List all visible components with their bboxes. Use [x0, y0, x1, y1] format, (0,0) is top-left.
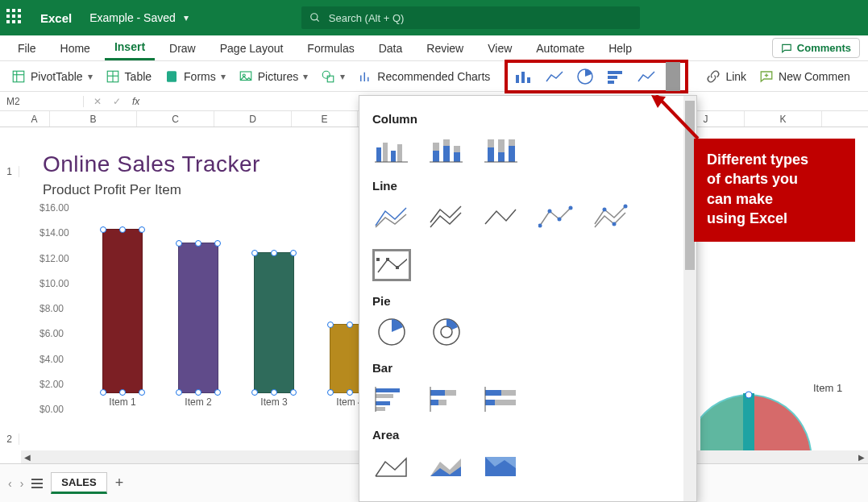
column-chart-icon[interactable]: [513, 68, 535, 85]
svg-rect-66: [376, 401, 390, 405]
titlebar: Excel Example - Saved ▾ Search (Alt + Q): [0, 0, 868, 35]
callout-text: using Excel: [707, 209, 842, 228]
shapes-button[interactable]: ▾: [321, 69, 345, 84]
sheet-nav-prev-icon[interactable]: ‹: [8, 477, 12, 490]
chart-bar[interactable]: [254, 252, 294, 393]
y-tick: $8.00: [39, 303, 64, 314]
tab-file[interactable]: File: [8, 37, 46, 60]
chevron-down-icon[interactable]: ▾: [184, 12, 189, 23]
tab-view[interactable]: View: [478, 37, 521, 60]
stacked-bar-100-icon[interactable]: [482, 383, 521, 415]
stacked-area-100-icon[interactable]: [482, 450, 521, 482]
area-icon[interactable]: [372, 450, 411, 482]
embedded-bar-chart[interactable]: Online Sales Tracker Product Profit Per …: [28, 145, 359, 443]
line-markers-icon[interactable]: [537, 201, 575, 233]
table-button[interactable]: Table: [106, 69, 152, 84]
stacked-line-100-icon[interactable]: [482, 201, 521, 233]
accept-icon[interactable]: ✓: [113, 96, 121, 107]
svg-rect-17: [521, 72, 525, 83]
svg-rect-32: [383, 143, 388, 162]
callout-text: can make: [707, 189, 842, 209]
new-comment-icon: [759, 69, 774, 84]
svg-rect-38: [443, 139, 450, 146]
search-icon: [309, 12, 321, 23]
stacked-column-icon[interactable]: [427, 134, 466, 166]
svg-point-0: [311, 14, 318, 20]
tab-automate[interactable]: Automate: [526, 37, 594, 60]
svg-point-63: [441, 326, 452, 338]
pie-chart-icon[interactable]: [574, 68, 596, 85]
callout-text: Different types: [707, 150, 842, 169]
col-header[interactable]: A: [19, 111, 50, 127]
scroll-left-icon[interactable]: ◀: [21, 450, 34, 463]
pictures-label: Pictures: [258, 70, 299, 83]
stacked-column-100-icon[interactable]: [482, 134, 521, 166]
chevron-down-icon: ▾: [340, 71, 345, 82]
tab-data[interactable]: Data: [369, 37, 413, 60]
bar-chart-icon[interactable]: [604, 68, 627, 85]
chart-bar[interactable]: [178, 243, 218, 393]
stacked-line-icon[interactable]: [427, 201, 466, 233]
tab-home[interactable]: Home: [51, 37, 100, 60]
stacked-area-icon[interactable]: [427, 450, 466, 482]
clustered-bar-icon[interactable]: [372, 383, 411, 415]
x-tick: Item 2: [170, 396, 226, 408]
svg-rect-46: [498, 152, 505, 162]
sheet-tab-sales[interactable]: SALES: [51, 472, 106, 494]
chart-bar[interactable]: [102, 229, 143, 393]
stacked-line-markers-icon[interactable]: [592, 201, 630, 233]
tab-draw[interactable]: Draw: [160, 37, 206, 60]
recommended-charts-button[interactable]: Recommended Charts: [358, 69, 490, 84]
col-header[interactable]: D: [214, 111, 292, 127]
col-header[interactable]: K: [745, 111, 822, 127]
y-tick: $2.00: [39, 379, 64, 390]
svg-rect-40: [454, 146, 460, 152]
new-comment-button[interactable]: New Commen: [759, 69, 850, 84]
col-header[interactable]: C: [137, 111, 214, 127]
more-charts-dropdown[interactable]: [666, 62, 680, 91]
name-box[interactable]: M2: [0, 96, 84, 107]
svg-rect-69: [430, 390, 445, 396]
search-box[interactable]: Search (Alt + Q): [301, 6, 640, 29]
svg-point-54: [603, 208, 607, 212]
y-tick: $6.00: [39, 328, 64, 339]
stacked-bar-icon[interactable]: [427, 383, 466, 415]
comments-button[interactable]: Comments: [772, 38, 860, 58]
pictures-button[interactable]: Pictures ▾: [239, 69, 309, 84]
col-header[interactable]: B: [50, 111, 137, 127]
document-name[interactable]: Example - Saved: [89, 11, 176, 24]
tab-formulas[interactable]: Formulas: [297, 37, 363, 60]
row-header[interactable]: 2: [0, 434, 19, 445]
area-chart-icon[interactable]: [635, 68, 658, 85]
col-header[interactable]: E: [292, 111, 358, 127]
tab-help[interactable]: Help: [599, 37, 642, 60]
link-button[interactable]: Link: [706, 69, 746, 84]
forms-icon: [164, 69, 179, 84]
line-chart-icon[interactable]: [543, 68, 566, 85]
sheet-nav-next-icon[interactable]: ›: [20, 477, 24, 490]
tab-review[interactable]: Review: [417, 37, 473, 60]
pie-icon[interactable]: [372, 316, 411, 348]
pivottable-button[interactable]: PivotTable ▾: [11, 69, 93, 84]
chart-plot-area: $16.00 $14.00 $12.00 $10.00 $8.00 $6.00 …: [39, 208, 358, 409]
tab-insert[interactable]: Insert: [105, 35, 155, 60]
svg-point-55: [624, 205, 628, 209]
line-icon[interactable]: [372, 201, 411, 233]
svg-rect-2: [13, 71, 24, 82]
x-tick: Item 1: [94, 396, 151, 408]
app-launcher-icon[interactable]: [6, 9, 24, 27]
y-tick: $14.00: [39, 227, 69, 239]
cancel-icon[interactable]: ✕: [93, 96, 102, 107]
search-placeholder: Search (Alt + Q): [329, 12, 405, 24]
chart-type-gallery: [505, 60, 688, 93]
forms-button[interactable]: Forms ▾: [164, 69, 226, 84]
doughnut-icon[interactable]: [427, 316, 466, 348]
all-sheets-icon[interactable]: [31, 479, 43, 488]
tab-page-layout[interactable]: Page Layout: [210, 37, 293, 60]
clustered-column-icon[interactable]: [372, 134, 411, 166]
add-sheet-button[interactable]: +: [115, 475, 124, 492]
row-header[interactable]: 1: [0, 166, 19, 177]
stacked-line-100-markers-icon[interactable]: [372, 249, 411, 281]
fx-label[interactable]: fx: [132, 96, 139, 107]
scroll-right-icon[interactable]: ▶: [855, 450, 868, 463]
